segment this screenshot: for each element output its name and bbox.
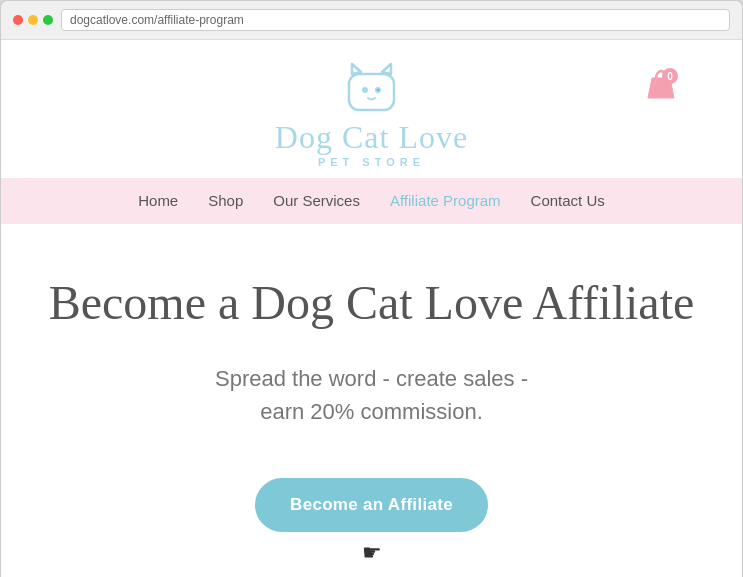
description-line2: earn 20% commission.: [260, 399, 483, 424]
logo-area: Dog Cat Love PET STORE: [275, 60, 468, 168]
svg-point-5: [377, 89, 379, 91]
nav-link-home[interactable]: Home: [138, 192, 178, 209]
browser-window: dogcatlove.com/affiliate-program Dog Cat…: [0, 0, 743, 577]
main-content: Become a Dog Cat Love Affiliate Spread t…: [1, 224, 742, 577]
nav-link-shop[interactable]: Shop: [208, 192, 243, 209]
site-header: Dog Cat Love PET STORE 0: [1, 40, 742, 178]
page-description: Spread the word - create sales - earn 20…: [41, 362, 702, 428]
minimize-dot[interactable]: [28, 15, 38, 25]
logo-subtitle: PET STORE: [318, 156, 425, 168]
become-affiliate-button[interactable]: Become an Affiliate: [255, 478, 488, 532]
cart-icon[interactable]: 0: [642, 64, 682, 104]
cart-badge: 0: [662, 68, 678, 84]
address-bar[interactable]: dogcatlove.com/affiliate-program: [61, 9, 730, 31]
svg-marker-1: [352, 64, 361, 74]
browser-chrome: dogcatlove.com/affiliate-program: [1, 1, 742, 40]
logo-icon: [344, 60, 399, 115]
page-content: Dog Cat Love PET STORE 0 Home: [1, 40, 742, 577]
close-dot[interactable]: [13, 15, 23, 25]
nav-item-affiliate-program[interactable]: Affiliate Program: [390, 192, 501, 210]
maximize-dot[interactable]: [43, 15, 53, 25]
svg-marker-2: [382, 64, 391, 74]
description-line1: Spread the word - create sales -: [215, 366, 528, 391]
page-title: Become a Dog Cat Love Affiliate: [41, 274, 702, 332]
cart-area[interactable]: 0: [642, 64, 682, 104]
svg-point-3: [362, 87, 368, 93]
nav-item-home[interactable]: Home: [138, 192, 178, 210]
site-nav: Home Shop Our Services Affiliate Program…: [1, 178, 742, 224]
browser-dots: [13, 15, 53, 25]
cursor-icon: ☛: [41, 540, 702, 566]
nav-link-our-services[interactable]: Our Services: [273, 192, 360, 209]
nav-item-shop[interactable]: Shop: [208, 192, 243, 210]
logo-title: Dog Cat Love: [275, 119, 468, 156]
nav-item-our-services[interactable]: Our Services: [273, 192, 360, 210]
nav-link-contact-us[interactable]: Contact Us: [531, 192, 605, 209]
svg-rect-0: [349, 74, 394, 110]
cta-area: Become an Affiliate ☛: [41, 478, 702, 566]
nav-link-affiliate-program[interactable]: Affiliate Program: [390, 192, 501, 209]
nav-item-contact-us[interactable]: Contact Us: [531, 192, 605, 210]
